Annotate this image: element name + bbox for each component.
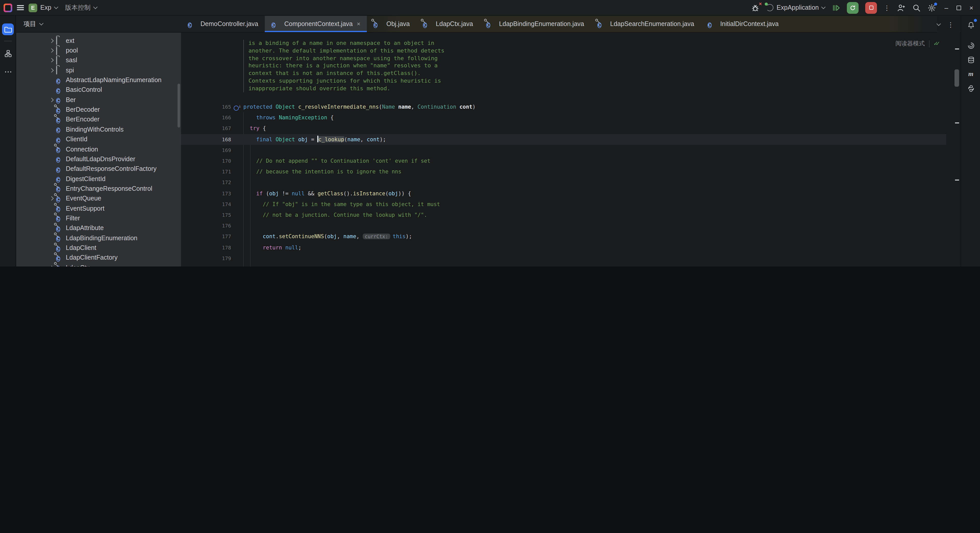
editor-tab-bar: CDemoController.javaCComponentContext.ja… (181, 16, 961, 33)
code-line-176[interactable]: 176 (181, 220, 946, 231)
tool-project-folder-icon[interactable] (2, 24, 14, 35)
tree-item-DigestClientId[interactable]: CDigestClientId (16, 174, 181, 184)
resume-program-icon[interactable] (832, 3, 840, 12)
tree-item-Filter[interactable]: CFilter (16, 213, 181, 223)
database-icon[interactable] (966, 54, 976, 65)
run-configuration-select[interactable]: ExpApplication (767, 4, 825, 11)
code-line-172[interactable]: 172 (181, 177, 946, 188)
key-icon (372, 19, 374, 21)
tree-item-LdapClient[interactable]: CLdapClient (16, 243, 181, 253)
tab-DemoController.java[interactable]: CDemoController.java (181, 16, 265, 32)
key-icon (54, 193, 57, 196)
class-icon: C (56, 216, 60, 222)
tree-item-EventQueue[interactable]: CEventQueue (16, 194, 181, 204)
window-maximize-button[interactable] (956, 5, 961, 10)
vcs-widget[interactable]: 版本控制 (65, 3, 97, 12)
tool-more-icon[interactable] (2, 66, 14, 78)
tab-list-chevron-icon[interactable] (937, 22, 941, 26)
tree-item-ext[interactable]: ext (16, 36, 181, 46)
tab-InitialDirContext.java[interactable]: CInitialDirContext.java (701, 16, 778, 32)
ai-assistant-icon[interactable] (966, 40, 976, 51)
class-icon: C (486, 22, 490, 28)
tab-LdapSearchEnumeration.java[interactable]: CLdapSearchEnumeration.java (591, 16, 701, 32)
project-panel-header[interactable]: 项目 (16, 16, 181, 33)
stop-button[interactable] (865, 2, 877, 14)
key-icon (54, 144, 57, 146)
tree-item-Connection[interactable]: CConnection (16, 144, 181, 154)
class-icon: C (272, 22, 276, 28)
tab-LdapCtx.java[interactable]: CLdapCtx.java (416, 16, 480, 32)
tree-item-DefaultResponseControlFactory[interactable]: CDefaultResponseControlFactory (16, 164, 181, 174)
more-actions-icon[interactable]: ⋮ (884, 4, 890, 11)
tool-structure-icon[interactable] (2, 48, 14, 59)
chevron-right-icon (49, 48, 54, 53)
main-editor[interactable]: is a binding of a name in one namespace … (181, 33, 961, 266)
key-icon (54, 183, 57, 186)
tree-item-EventSupport[interactable]: CEventSupport (16, 204, 181, 213)
tree-item-LdapClientFactory[interactable]: CLdapClientFactory (16, 253, 181, 263)
maven-icon[interactable]: m (966, 69, 976, 79)
tree-item-BasicControl[interactable]: CBasicControl (16, 85, 181, 95)
tree-item-BerEncoder[interactable]: CBerEncoder (16, 115, 181, 125)
code-line-170[interactable]: 170 // Do not append "" to Continuation … (181, 156, 946, 166)
class-icon: C (56, 246, 60, 252)
tree-item-DefaultLdapDnsProvider[interactable]: CDefaultLdapDnsProvider (16, 154, 181, 164)
tree-item-pool[interactable]: pool (16, 46, 181, 56)
key-icon (54, 203, 57, 205)
tree-item-LdapAttribute[interactable]: CLdapAttribute (16, 223, 181, 233)
tab-options-icon[interactable]: ⋮ (947, 21, 954, 28)
class-icon: C (56, 137, 60, 143)
code-line-165[interactable]: 165protected Object c_resolveIntermediat… (181, 102, 946, 112)
notifications-bell-icon[interactable] (966, 20, 976, 30)
python-plugin-icon[interactable] (966, 83, 976, 93)
code-line-168[interactable]: 168 final Object obj = c_lookup(name, co… (181, 134, 946, 145)
chevron-right-icon (49, 58, 54, 62)
tab-Obj.java[interactable]: CObj.java (367, 16, 417, 32)
window-close-button[interactable]: × (968, 4, 975, 11)
tree-item-EntryChangeResponseControl[interactable]: CEntryChangeResponseControl (16, 184, 181, 194)
tabstrip-controls: ⋮ (937, 16, 960, 33)
window-minimize-button[interactable]: – (943, 4, 950, 11)
code-line-173[interactable]: 173 if (obj != null && getClass().isInst… (181, 188, 946, 199)
code-line-179[interactable]: 179 (181, 253, 946, 264)
tree-item-LdapCtx[interactable]: CLdapCtx (16, 263, 181, 266)
key-icon (54, 232, 57, 235)
main-menu-icon[interactable] (17, 5, 24, 10)
code-line-167[interactable]: 167 try { (181, 123, 946, 134)
tree-item-LdapBindingEnumeration[interactable]: CLdapBindingEnumeration (16, 233, 181, 243)
tab-ComponentContext.java[interactable]: CComponentContext.java× (265, 16, 367, 32)
code-line-166[interactable]: 166 throws NamingException { (181, 112, 946, 123)
tree-item-spi[interactable]: spi (16, 65, 181, 75)
code-line-171[interactable]: 171 // because the intention is to ignor… (181, 166, 946, 177)
class-icon: C (56, 207, 60, 212)
search-everywhere-icon[interactable] (912, 3, 921, 12)
close-icon[interactable]: × (357, 21, 360, 27)
folder-icon (56, 47, 57, 55)
tree-item-AbstractLdapNamingEnumeration[interactable]: CAbstractLdapNamingEnumeration (16, 75, 181, 85)
code-line-180[interactable]: 180 } else if (obj != null && !(obj inst… (181, 264, 946, 266)
project-widget[interactable]: E Exp (29, 3, 57, 12)
reader-mode-badge[interactable]: 阅读器模式 ✓✓ (895, 40, 940, 48)
code-line-175[interactable]: 175 // not be a junction. Continue the l… (181, 210, 946, 220)
tree-item-BindingWithControls[interactable]: CBindingWithControls (16, 124, 181, 134)
tree-item-Ber[interactable]: CBer (16, 95, 181, 105)
override-down-icon (234, 106, 239, 111)
class-icon: C (56, 197, 60, 202)
chevron-right-icon (49, 196, 54, 201)
reader-mode-label: 阅读器模式 (895, 40, 925, 48)
add-user-icon[interactable] (897, 3, 905, 12)
tree-item-sasl[interactable]: sasl (16, 55, 181, 65)
code-line-169[interactable]: 169 (181, 145, 946, 156)
rerun-button[interactable] (847, 2, 859, 14)
code-line-174[interactable]: 174 // If "obj" is in the same type as t… (181, 199, 946, 210)
key-icon (54, 213, 57, 215)
tree-item-ClientId[interactable]: CClientId (16, 134, 181, 144)
settings-gear-icon[interactable] (928, 3, 936, 12)
debug-disabled-icon[interactable]: × (751, 3, 760, 12)
tab-LdapBindingEnumeration.java[interactable]: CLdapBindingEnumeration.java (480, 16, 591, 32)
code-line-177[interactable]: 177 cont.setContinueNNS(obj, name, currC… (181, 231, 946, 242)
tree-item-BerDecoder[interactable]: CBerDecoder (16, 105, 181, 115)
key-icon (54, 114, 57, 117)
code-line-178[interactable]: 178 return null; (181, 242, 946, 253)
editor-error-stripe[interactable] (954, 33, 959, 266)
